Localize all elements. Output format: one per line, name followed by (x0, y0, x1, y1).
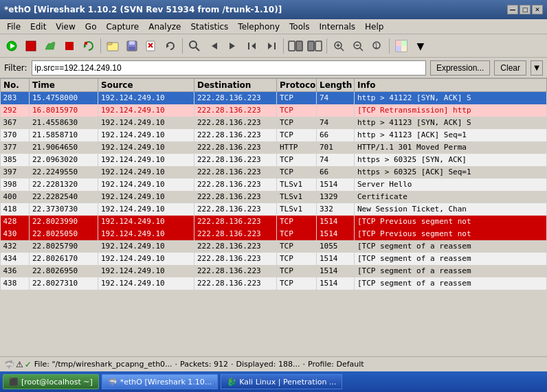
table-row[interactable]: 39722.2249550192.124.249.10222.28.136.22… (1, 166, 547, 178)
title-text: *ethO [Wireshark 1.10.2 (SVN Rev 51934 f… (4, 5, 282, 14)
packet-tbody: 28315.4758000192.124.249.10222.28.136.22… (1, 92, 547, 290)
restart-button[interactable] (80, 37, 98, 55)
menu-edit[interactable]: Edit (26, 21, 50, 33)
filter-dropdown-button[interactable]: ▼ (531, 60, 543, 76)
cell-proto: TCP (277, 154, 317, 166)
cell-source: 192.124.249.10 (98, 240, 194, 253)
menu-help[interactable]: Help (361, 21, 388, 33)
cell-info: http > 41122 [SYN, ACK] S (355, 92, 547, 104)
menu-file[interactable]: File (3, 21, 25, 33)
maximize-button[interactable]: □ (520, 5, 531, 14)
main-content: No. Time Source Destination Protocol Len… (0, 78, 547, 356)
menu-view[interactable]: View (52, 21, 79, 33)
svg-line-16 (196, 47, 199, 51)
go-forward-button[interactable] (224, 37, 242, 55)
cell-source: 192.124.249.10 (98, 216, 194, 228)
header-info: Info (355, 79, 547, 92)
cell-no: 438 (1, 277, 30, 290)
close-file-button[interactable] (142, 37, 160, 55)
cell-source: 192.124.249.10 (98, 129, 194, 141)
menu-internals[interactable]: Internals (315, 21, 360, 33)
filter-input[interactable] (32, 60, 426, 76)
menu-telephony[interactable]: Telephony (234, 21, 284, 33)
table-row[interactable]: 43622.8026950192.124.249.10222.28.136.22… (1, 265, 547, 277)
cell-source: 192.124.249.10 (98, 117, 194, 129)
menu-capture[interactable]: Capture (102, 21, 143, 33)
table-row[interactable]: 42822.8023990192.124.249.10222.28.136.22… (1, 216, 547, 228)
taskbar-wireshark[interactable]: 🦈 *ethO [Wireshark 1.10... (102, 374, 219, 389)
table-row[interactable]: 36721.4558630192.124.249.10222.28.136.22… (1, 117, 547, 129)
close-button[interactable]: ✕ (532, 5, 543, 14)
cell-time: 22.2249550 (30, 166, 98, 178)
cell-time: 15.4758000 (30, 92, 98, 104)
table-row[interactable]: 43222.8025790192.124.249.10222.28.136.22… (1, 240, 547, 253)
cell-no: 434 (1, 253, 30, 265)
minimize-button[interactable]: — (507, 5, 518, 14)
cell-source: 192.124.249.10 (98, 104, 194, 117)
cell-proto: TCP (277, 228, 317, 240)
search-button[interactable] (186, 37, 203, 55)
shark-fin-button[interactable] (41, 37, 59, 55)
cell-source: 192.124.249.10 (98, 154, 194, 166)
toggle-col-btn2[interactable] (306, 37, 324, 55)
sep4 (326, 38, 327, 54)
toggle-col-btn1[interactable] (287, 37, 304, 55)
more-button[interactable]: ▼ (412, 37, 429, 55)
zoom-in-button[interactable] (330, 37, 348, 55)
table-row[interactable]: 28315.4758000192.124.249.10222.28.136.22… (1, 92, 547, 104)
taskbar-start[interactable]: ⬛ [root@localhost ~] (3, 374, 99, 389)
table-row[interactable]: 43422.8026170192.124.249.10222.28.136.22… (1, 253, 547, 265)
menu-statistics[interactable]: Statistics (186, 21, 232, 33)
cell-source: 192.124.249.10 (98, 265, 194, 277)
cell-len: 1329 (317, 191, 355, 203)
table-row[interactable]: 38522.0963020192.124.249.10222.28.136.22… (1, 154, 547, 166)
packet-table: No. Time Source Destination Protocol Len… (0, 78, 547, 290)
terminal-icon: ⬛ (9, 378, 19, 387)
menu-tools[interactable]: Tools (285, 21, 314, 33)
save-button[interactable] (123, 37, 141, 55)
table-row[interactable]: 40022.2282540192.124.249.10222.28.136.22… (1, 191, 547, 203)
cell-info: https > 60325 [SYN, ACK] (355, 154, 547, 166)
menu-go[interactable]: Go (81, 21, 101, 33)
sep1 (100, 38, 101, 54)
table-row[interactable]: 39822.2281320192.124.249.10222.28.136.22… (1, 178, 547, 191)
zoom-out-button[interactable] (349, 37, 367, 55)
cell-info: http > 41123 [ACK] Seq=1 (355, 129, 547, 141)
table-row[interactable]: 43822.8027310192.124.249.10222.28.136.22… (1, 277, 547, 290)
table-row[interactable]: 29216.8015970192.124.249.10222.28.136.22… (1, 104, 547, 117)
go-first-button[interactable] (243, 37, 261, 55)
open-file-button[interactable] (104, 37, 122, 55)
cell-time: 21.9064650 (30, 141, 98, 154)
cell-info: http > 41123 [SYN, ACK] S (355, 117, 547, 129)
status-packets: Packets: 912 (180, 360, 228, 369)
sep3 (283, 38, 284, 54)
zoom-normal-button[interactable]: 1 (368, 37, 386, 55)
table-row[interactable]: 41822.3730730192.124.249.10222.28.136.22… (1, 203, 547, 216)
table-row[interactable]: 37021.5858710192.124.249.10222.28.136.22… (1, 129, 547, 141)
reload-button[interactable] (161, 37, 179, 55)
cell-time: 22.2282540 (30, 191, 98, 203)
taskbar-kali[interactable]: 🐉 Kali Linux | Penetration ... (221, 374, 342, 389)
menu-analyze[interactable]: Analyze (144, 21, 185, 33)
cell-proto: TCP (277, 265, 317, 277)
colorize-button[interactable] (392, 37, 410, 55)
expression-button[interactable]: Expression... (430, 60, 490, 76)
title-bar-controls: — □ ✕ (507, 5, 543, 14)
table-row[interactable]: 37721.9064650192.124.249.10222.28.136.22… (1, 141, 547, 154)
go-last-button[interactable] (263, 37, 280, 55)
new-capture-button[interactable] (3, 37, 21, 55)
stop-button[interactable] (60, 37, 78, 55)
cell-no: 418 (1, 203, 30, 216)
cell-no: 398 (1, 178, 30, 191)
stop-capture-button[interactable] (22, 37, 40, 55)
clear-button[interactable]: Clear (494, 60, 526, 76)
cell-proto: TCP (277, 92, 317, 104)
go-back-button[interactable] (205, 37, 223, 55)
svg-rect-2 (26, 41, 36, 51)
filter-bar: Filter: Expression... Clear ▼ (0, 58, 547, 78)
header-protocol: Protocol (277, 79, 317, 92)
table-row[interactable]: 43022.8025050192.124.249.10222.28.136.22… (1, 228, 547, 240)
cell-proto: TCP (277, 166, 317, 178)
cell-info: HTTP/1.1 301 Moved Perma (355, 141, 547, 154)
cell-no: 432 (1, 240, 30, 253)
